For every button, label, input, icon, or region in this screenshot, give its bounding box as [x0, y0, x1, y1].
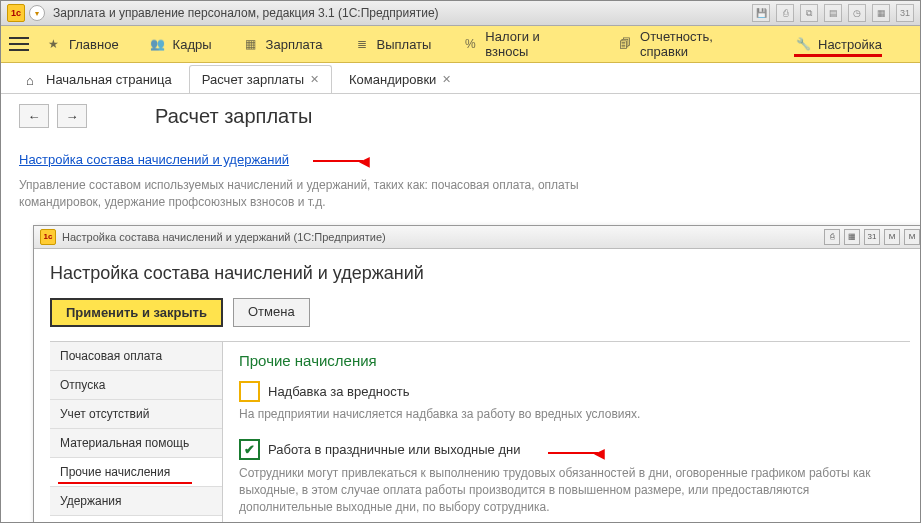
menu-label: Налоги и взносы — [485, 29, 586, 59]
menu-nalogi[interactable]: %Налоги и взносы — [461, 29, 586, 59]
menu-label: Кадры — [173, 37, 212, 52]
menu-main[interactable]: ★Главное — [45, 36, 119, 52]
checkbox-label: Надбавка за вредность — [268, 384, 409, 399]
settings-dialog: 1c Настройка состава начислений и удержа… — [33, 225, 921, 523]
main-menu: ★Главное 👥Кадры ▦Зарплата ≣Выплаты %Нало… — [1, 26, 920, 63]
tab-bar: ⌂Начальная страница Расчет зарплаты✕ Ком… — [1, 63, 920, 94]
annotation-arrow-icon — [548, 440, 605, 463]
copy-icon[interactable]: ⧉ — [800, 4, 818, 22]
settings-link[interactable]: Настройка состава начислений и удержаний — [19, 152, 289, 167]
app-logo-icon: 1c — [40, 229, 56, 245]
menu-kadry[interactable]: 👥Кадры — [149, 36, 212, 52]
menu-label: Зарплата — [266, 37, 323, 52]
dialog-title: Настройка состава начислений и удержаний… — [62, 231, 386, 243]
checkbox-holidays[interactable]: ✔ — [239, 439, 260, 460]
apply-button[interactable]: Применить и закрыть — [50, 298, 223, 327]
page-title: Расчет зарплаты — [155, 105, 312, 128]
letter-m-icon[interactable]: M — [884, 229, 900, 245]
checkbox-hazard[interactable] — [239, 381, 260, 402]
window-titlebar: 1c ▾ Зарплата и управление персоналом, р… — [1, 1, 920, 26]
grid-icon[interactable]: ▦ — [872, 4, 890, 22]
letter-m-icon[interactable]: M — [904, 229, 920, 245]
menu-label: Отчетность, справки — [640, 29, 764, 59]
sidebar-item-absence[interactable]: Учет отсутствий — [50, 400, 222, 429]
burger-icon[interactable] — [9, 37, 29, 51]
print-icon[interactable]: ⎙ — [824, 229, 840, 245]
menu-otchet[interactable]: 🗐Отчетность, справки — [616, 29, 764, 59]
tab-home[interactable]: ⌂Начальная страница — [13, 65, 185, 93]
page-description: Управление составом используемых начисле… — [19, 177, 659, 211]
close-icon[interactable]: ✕ — [442, 73, 451, 86]
app-logo-icon: 1c — [7, 4, 25, 22]
sidebar-item-aid[interactable]: Материальная помощь — [50, 429, 222, 458]
grid-icon[interactable]: ▦ — [844, 229, 860, 245]
back-button[interactable]: ← — [19, 104, 49, 128]
home-icon: ⌂ — [26, 73, 40, 87]
annotation-arrow-icon — [313, 148, 370, 171]
dialog-heading: Настройка состава начислений и удержаний — [50, 263, 910, 284]
calendar-icon[interactable]: 31 — [896, 4, 914, 22]
print-icon[interactable]: ⎙ — [776, 4, 794, 22]
menu-nastroika[interactable]: 🔧Настройка — [794, 36, 882, 57]
list-icon: ≣ — [353, 36, 371, 52]
menu-label: Настройка — [818, 37, 882, 52]
doc-icon: 🗐 — [616, 36, 634, 52]
window-title: Зарплата и управление персоналом, редакц… — [53, 6, 439, 20]
sidebar-item-vacations[interactable]: Отпуска — [50, 371, 222, 400]
table-icon: ▦ — [242, 36, 260, 52]
checkbox-description: На предприятии начисляется надбавка за р… — [239, 406, 894, 423]
menu-zarplata[interactable]: ▦Зарплата — [242, 36, 323, 52]
tab-label: Начальная страница — [46, 72, 172, 87]
tab-label: Командировки — [349, 72, 436, 87]
menu-label: Выплаты — [377, 37, 432, 52]
percent-icon: % — [461, 36, 479, 52]
menu-vyplaty[interactable]: ≣Выплаты — [353, 36, 432, 52]
close-icon[interactable]: ✕ — [310, 73, 319, 86]
people-icon: 👥 — [149, 36, 167, 52]
forward-button[interactable]: → — [57, 104, 87, 128]
dialog-titlebar: 1c Настройка состава начислений и удержа… — [34, 226, 921, 249]
checkbox-description: Сотрудники могут привлекаться к выполнен… — [239, 465, 894, 515]
wrench-icon: 🔧 — [794, 36, 812, 52]
time-icon[interactable]: ◷ — [848, 4, 866, 22]
dropdown-icon[interactable]: ▾ — [29, 5, 45, 21]
calc-icon[interactable]: ▤ — [824, 4, 842, 22]
menu-label: Главное — [69, 37, 119, 52]
sidebar-item-deductions[interactable]: Удержания — [50, 487, 222, 516]
star-icon: ★ — [45, 36, 63, 52]
section-title: Прочие начисления — [239, 352, 894, 369]
category-list: Почасовая оплата Отпуска Учет отсутствий… — [50, 342, 223, 523]
tab-label: Расчет зарплаты — [202, 72, 304, 87]
save-icon[interactable]: 💾 — [752, 4, 770, 22]
tab-raschet[interactable]: Расчет зарплаты✕ — [189, 65, 332, 93]
tab-komandirovki[interactable]: Командировки✕ — [336, 65, 464, 93]
cancel-button[interactable]: Отмена — [233, 298, 310, 327]
calendar-icon[interactable]: 31 — [864, 229, 880, 245]
sidebar-item-other[interactable]: Прочие начисления — [50, 458, 222, 487]
sidebar-item-hourly[interactable]: Почасовая оплата — [50, 342, 222, 371]
checkbox-label: Работа в праздничные или выходные дни — [268, 442, 520, 457]
